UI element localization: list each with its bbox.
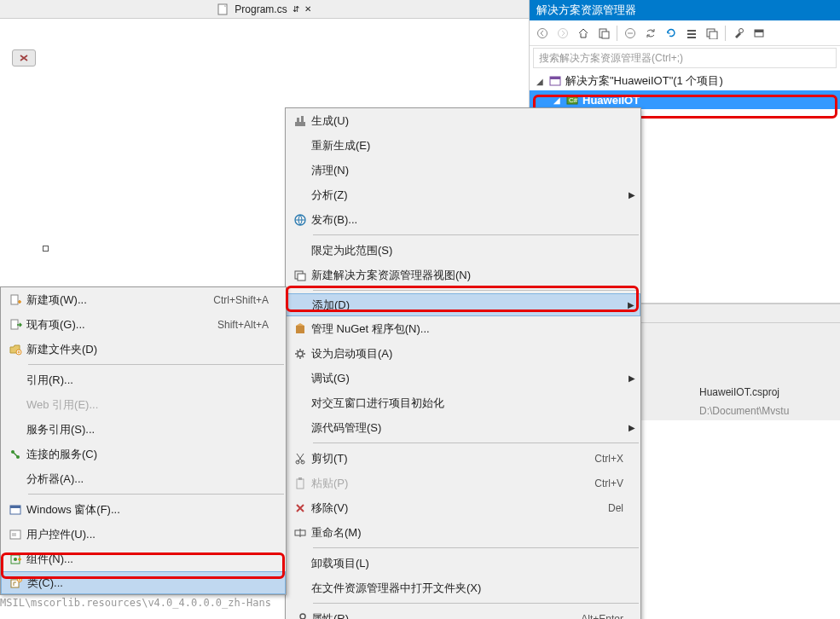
menu-item-label: 生成(U) xyxy=(311,113,623,129)
blank-icon xyxy=(289,241,311,260)
menu-item[interactable]: 调试(G)▶ xyxy=(286,366,640,390)
submenu-arrow-icon: ▶ xyxy=(629,373,635,383)
menu-item-label: 属性(R) xyxy=(311,611,547,620)
blank-icon xyxy=(289,186,311,205)
nav-back-icon[interactable] xyxy=(533,24,552,43)
blank-icon xyxy=(289,579,311,598)
document-tab-bar: Program.cs ⇵ ✕ xyxy=(0,0,529,19)
newview-icon xyxy=(289,266,311,285)
menu-item-label: 连接的服务(C) xyxy=(26,447,269,462)
menu-item[interactable]: 发布(B)... xyxy=(286,207,640,232)
expand-arrow-icon[interactable]: ◢ xyxy=(536,77,545,86)
menu-item-label: 管理 NuGet 程序包(N)... xyxy=(311,321,623,337)
menu-item-label: 设为启动项目(A) xyxy=(311,346,623,362)
menu-item[interactable]: 引用(R)... xyxy=(1,367,286,392)
menu-separator xyxy=(313,603,639,604)
menu-item[interactable]: 移除(V)Del xyxy=(286,495,640,520)
svg-rect-38 xyxy=(10,506,20,508)
menu-item[interactable]: Windows 窗体(F)... xyxy=(1,497,286,522)
collapse-icon[interactable] xyxy=(682,24,701,43)
expand-arrow-icon[interactable]: ◢ xyxy=(553,95,562,105)
rename-icon xyxy=(289,524,311,542)
blank-icon xyxy=(289,136,311,155)
menu-item[interactable]: 添加(D)▶ xyxy=(286,293,640,316)
home-icon[interactable] xyxy=(574,24,593,43)
menu-separator xyxy=(313,290,639,291)
search-input[interactable]: 搜索解决方案资源管理器(Ctrl+;) xyxy=(533,48,837,68)
menu-item[interactable]: 现有项(G)...Shift+Alt+A xyxy=(1,312,286,337)
menu-item-label: 用户控件(U)... xyxy=(26,527,269,542)
tab-close-icon[interactable]: ✕ xyxy=(304,4,311,14)
prop-filename: HuaweiIOT.csproj xyxy=(699,383,840,402)
menu-item[interactable]: 重新生成(E) xyxy=(286,133,640,158)
svg-rect-7 xyxy=(687,33,696,35)
svg-rect-20 xyxy=(301,116,304,122)
menu-item[interactable]: 卸载项目(L) xyxy=(286,551,640,576)
form-close-button[interactable] xyxy=(12,49,36,67)
menu-item[interactable]: 分析(Z)▶ xyxy=(286,182,640,207)
svg-point-1 xyxy=(538,28,547,38)
properties-icon[interactable] xyxy=(729,24,748,43)
wrench-icon xyxy=(289,610,311,620)
menu-item-label: 限定为此范围(S) xyxy=(311,243,623,258)
preview-icon[interactable] xyxy=(750,24,768,43)
menu-shortcut: Ctrl+Shift+A xyxy=(213,294,269,306)
menu-item-label: 组件(N)... xyxy=(26,552,269,567)
svg-rect-15 xyxy=(550,77,560,79)
menu-item[interactable]: 分析器(A)... xyxy=(1,466,286,491)
menu-item[interactable]: 组件(N)... xyxy=(1,547,286,571)
document-tab[interactable]: Program.cs ⇵ ✕ xyxy=(211,2,317,17)
sync-icon[interactable] xyxy=(641,24,660,43)
menu-separator xyxy=(28,364,284,365)
form-resize-handle[interactable] xyxy=(43,246,49,252)
blank-icon xyxy=(289,369,311,388)
menu-item[interactable]: 管理 NuGet 程序包(N)... xyxy=(286,316,640,341)
menu-item[interactable]: 连接的服务(C) xyxy=(1,442,286,466)
menu-item[interactable]: 类(C)... xyxy=(1,571,286,594)
menu-item[interactable]: 限定为此范围(S) xyxy=(286,238,640,263)
connected-icon xyxy=(4,445,26,464)
blank-icon xyxy=(289,554,311,573)
menu-item-label: 新建文件夹(D) xyxy=(26,342,269,357)
menu-item[interactable]: 服务引用(S)... xyxy=(1,417,286,442)
menu-item-label: 清理(N) xyxy=(311,163,623,178)
menu-item[interactable]: 在文件资源管理器中打开文件夹(X) xyxy=(286,576,640,600)
menu-item[interactable]: 设为启动项目(A) xyxy=(286,341,640,366)
showall-icon[interactable] xyxy=(703,24,721,43)
menu-item[interactable]: 剪切(T)Ctrl+X xyxy=(286,446,640,471)
project-node[interactable]: ◢ C# HuaweiIOT xyxy=(530,90,840,109)
menu-item[interactable]: 用户控件(U)... xyxy=(1,522,286,547)
solution-view-icon[interactable] xyxy=(594,24,613,43)
tab-pin-icon[interactable]: ⇵ xyxy=(293,4,299,14)
menu-item[interactable]: 重命名(M) xyxy=(286,520,640,545)
nav-forward-icon[interactable] xyxy=(553,24,572,43)
menu-item[interactable]: 新建解决方案资源管理器视图(N) xyxy=(286,263,640,287)
svg-rect-40 xyxy=(12,533,16,536)
refresh-icon[interactable] xyxy=(662,24,681,43)
menu-item[interactable]: 属性(R)Alt+Enter xyxy=(286,606,640,619)
menu-item[interactable]: 对交互窗口进行项目初始化 xyxy=(286,390,640,415)
menu-item-label: 分析器(A)... xyxy=(26,471,269,487)
cut-icon xyxy=(289,449,311,468)
svg-rect-13 xyxy=(755,30,763,32)
svg-rect-6 xyxy=(687,30,696,32)
pending-icon[interactable] xyxy=(621,24,640,43)
svg-point-42 xyxy=(14,558,17,561)
menu-item-label: 发布(B)... xyxy=(311,212,623,228)
csharp-project-icon: C# xyxy=(565,93,579,107)
menu-item[interactable]: 源代码管理(S)▶ xyxy=(286,415,640,440)
svg-point-25 xyxy=(298,351,303,356)
menu-item-label: 分析(Z) xyxy=(311,188,623,203)
component-icon xyxy=(4,550,26,569)
svg-point-2 xyxy=(559,28,568,38)
menu-item-label: 新建项(W)... xyxy=(26,292,179,308)
csharp-file-icon xyxy=(217,3,229,15)
solution-node[interactable]: ◢ 解决方案"HuaweiIOT"(1 个项目) xyxy=(530,72,840,90)
menu-item[interactable]: 生成(U) xyxy=(286,108,640,133)
svg-rect-19 xyxy=(297,118,299,122)
menu-item[interactable]: 清理(N) xyxy=(286,158,640,182)
solution-label: 解决方案"HuaweiIOT"(1 个项目) xyxy=(565,73,723,89)
menu-item[interactable]: 新建项(W)...Ctrl+Shift+A xyxy=(1,287,286,312)
menu-item[interactable]: 新建文件夹(D) xyxy=(1,337,286,362)
panel-title: 解决方案资源管理器 xyxy=(530,0,840,20)
